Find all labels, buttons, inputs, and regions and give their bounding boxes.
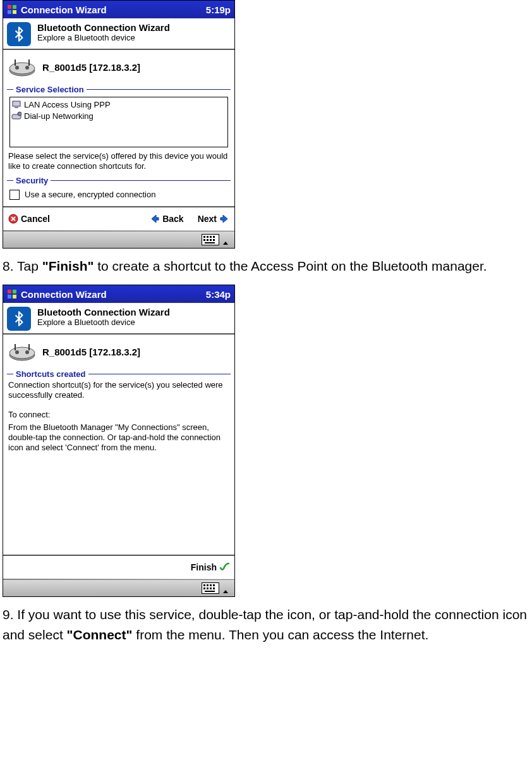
svg-rect-8: [15, 59, 16, 66]
connect-instructions: From the Bluetooth Manager "My Connectio…: [3, 421, 234, 455]
svg-rect-19: [213, 236, 215, 238]
bluetooth-logo-icon: [7, 307, 31, 331]
clock[interactable]: 5:34p: [206, 289, 231, 300]
svg-rect-18: [210, 236, 212, 238]
svg-rect-34: [28, 344, 30, 350]
security-checkbox-row: Use a secure, encrypted connection: [3, 186, 234, 206]
section-shortcuts-created: Shortcuts created: [3, 369, 234, 379]
wizard-subtitle: Explore a Bluetooth device: [37, 317, 170, 327]
service-hint-text: Please select the service(s) offered by …: [3, 150, 234, 173]
keyboard-icon[interactable]: [202, 582, 219, 594]
list-item[interactable]: Dial-up Networking: [11, 110, 226, 121]
svg-rect-28: [13, 295, 16, 298]
finish-button[interactable]: Finish: [191, 562, 229, 572]
svg-rect-25: [8, 290, 11, 293]
sip-menu-arrow-icon[interactable]: [223, 586, 228, 591]
titlebar: Connection Wizard 5:34p: [3, 285, 234, 303]
svg-rect-10: [13, 101, 20, 106]
svg-rect-2: [8, 10, 11, 14]
svg-rect-27: [8, 295, 11, 298]
back-arrow-icon: [150, 214, 160, 224]
svg-point-5: [9, 63, 35, 74]
instruction-step-9: 9. If you want to use this service, doub…: [3, 605, 529, 644]
input-panel-bar: [3, 579, 234, 596]
svg-point-30: [9, 347, 35, 359]
sip-menu-arrow-icon[interactable]: [223, 237, 228, 242]
svg-rect-22: [210, 239, 212, 241]
device-name: R_8001d5 [172.18.3.2]: [42, 347, 140, 357]
cancel-button[interactable]: Cancel: [8, 214, 50, 224]
svg-rect-11: [15, 107, 18, 108]
svg-rect-23: [213, 239, 215, 241]
finish-checkmark-icon: [219, 562, 229, 572]
svg-rect-0: [8, 5, 11, 9]
back-button[interactable]: Back: [150, 214, 183, 224]
section-service-selection: Service Selection: [3, 84, 234, 94]
dialup-icon: [11, 111, 21, 121]
service-label: LAN Access Using PPP: [24, 100, 111, 109]
next-arrow-icon: [219, 214, 229, 224]
svg-point-6: [15, 66, 19, 70]
svg-rect-42: [207, 588, 209, 589]
start-menu-icon[interactable]: [7, 4, 17, 15]
svg-rect-17: [207, 236, 209, 238]
svg-rect-3: [13, 10, 16, 14]
svg-rect-44: [213, 588, 215, 589]
section-security: Security: [3, 176, 234, 186]
lan-icon: [11, 99, 21, 109]
svg-rect-45: [205, 591, 215, 592]
nav-row: Finish: [3, 555, 234, 579]
svg-rect-37: [203, 584, 205, 586]
svg-point-31: [15, 350, 19, 354]
service-label: Dial-up Networking: [24, 111, 94, 121]
pda-screenshot-shortcuts-created: Connection Wizard 5:34p Bluetooth Connec…: [3, 285, 235, 597]
svg-rect-9: [28, 59, 30, 66]
wizard-title: Bluetooth Connection Wizard: [37, 22, 170, 33]
clock[interactable]: 5:19p: [206, 4, 231, 15]
svg-point-7: [25, 66, 29, 70]
device-name: R_8001d5 [172.18.3.2]: [42, 62, 140, 73]
start-menu-icon[interactable]: [7, 289, 17, 299]
router-icon: [8, 341, 36, 362]
wizard-header: Bluetooth Connection Wizard Explore a Bl…: [3, 18, 234, 49]
svg-rect-43: [210, 588, 212, 589]
wizard-subtitle: Explore a Bluetooth device: [37, 33, 170, 42]
device-row: R_8001d5 [172.18.3.2]: [3, 50, 234, 84]
svg-rect-38: [207, 584, 209, 586]
svg-rect-39: [210, 584, 212, 586]
window-title: Connection Wizard: [21, 289, 206, 300]
svg-rect-24: [205, 242, 215, 243]
svg-rect-20: [203, 239, 205, 241]
next-button[interactable]: Next: [198, 214, 229, 224]
instruction-step-8: 8. Tap "Finish" to create a shortcut to …: [3, 256, 529, 276]
wizard-title: Bluetooth Connection Wizard: [37, 307, 170, 317]
router-icon: [8, 56, 36, 78]
svg-rect-21: [207, 239, 209, 241]
svg-rect-41: [203, 588, 205, 589]
keyboard-icon[interactable]: [202, 234, 219, 245]
nav-row: Cancel Back Next: [3, 206, 234, 230]
list-item[interactable]: LAN Access Using PPP: [11, 99, 226, 110]
svg-point-32: [25, 350, 29, 354]
to-connect-heading: To connect:: [3, 409, 234, 421]
svg-rect-33: [15, 344, 16, 350]
svg-rect-16: [203, 236, 205, 238]
secure-connection-checkbox[interactable]: [9, 190, 20, 200]
cancel-icon: [8, 214, 18, 224]
svg-rect-1: [13, 5, 16, 9]
checkbox-label: Use a secure, encrypted connection: [25, 190, 155, 199]
window-title: Connection Wizard: [21, 4, 206, 15]
device-row: R_8001d5 [172.18.3.2]: [3, 335, 234, 369]
svg-point-13: [18, 112, 21, 116]
success-text: Connection shortcut(s) for the service(s…: [3, 379, 234, 402]
svg-rect-40: [213, 584, 215, 586]
bluetooth-logo-icon: [7, 22, 31, 46]
input-panel-bar: [3, 231, 234, 248]
wizard-header: Bluetooth Connection Wizard Explore a Bl…: [3, 303, 234, 333]
titlebar: Connection Wizard 5:19p: [3, 1, 234, 18]
service-listbox[interactable]: LAN Access Using PPP Dial-up Networking: [9, 97, 228, 147]
pda-screenshot-service-selection: Connection Wizard 5:19p Bluetooth Connec…: [3, 0, 235, 249]
svg-rect-26: [13, 290, 16, 293]
